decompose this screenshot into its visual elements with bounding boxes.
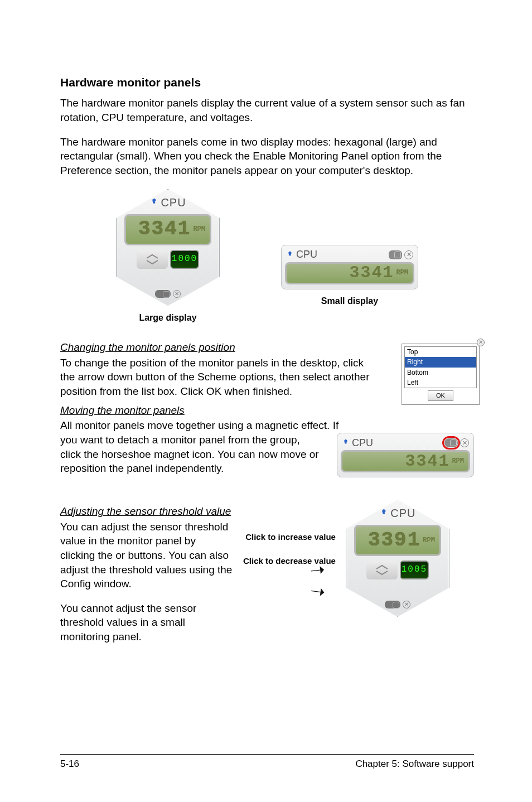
svg-point-1 [289, 254, 291, 256]
small-panel-value: 3341 [349, 262, 394, 284]
annotation-column: Click to increase value Click to decreas… [243, 500, 336, 566]
small-panel-lcd: 3341 RPM [285, 262, 414, 284]
magnet-icon[interactable] [389, 250, 402, 259]
svg-point-0 [153, 201, 155, 204]
position-option-left[interactable]: Left [405, 378, 476, 388]
figure-row: CPU 3341 RPM 1000 ✕ Large display [60, 189, 474, 324]
large-display-figure: CPU 3341 RPM 1000 ✕ Large display [116, 189, 220, 324]
change-position-text: To change the position of the monitor pa… [60, 356, 373, 399]
paragraph-2: The hardware monitor panels come in two … [60, 135, 474, 178]
large-panel-value: 3341 [138, 216, 191, 243]
adjust-panel-title: CPU [379, 506, 415, 521]
fan-icon [342, 439, 350, 447]
position-option-right[interactable]: Right [405, 357, 476, 367]
ok-button[interactable]: OK [428, 390, 453, 401]
adjust-panel-lcd: 3391 RPM [354, 525, 441, 556]
move-panel-lcd: 3341 RPM [341, 450, 470, 472]
pointer-line-icon: ➝ [309, 581, 326, 601]
chapter-label: Chapter 5: Software support [355, 758, 474, 771]
large-panel-unit: RPM [193, 225, 205, 234]
magnet-icon[interactable] [155, 290, 171, 298]
small-display-figure: CPU ✕ 3341 RPM Small display [281, 245, 418, 307]
small-caption: Small display [321, 295, 378, 307]
move-panel-unit: RPM [452, 457, 464, 466]
small-panel-title: CPU [286, 248, 317, 261]
close-icon[interactable]: ✕ [477, 339, 485, 346]
move-panel-title: CPU [342, 436, 373, 450]
moving-panels-text-line1: All monitor panels move together using a… [60, 418, 474, 433]
fan-icon [286, 251, 294, 259]
adjust-panel-value: 3391 [368, 527, 420, 554]
position-option-top[interactable]: Top [405, 347, 476, 357]
adjust-threshold-text-1: You can adjust the sensor threshold valu… [60, 520, 233, 591]
small-panel-title-text: CPU [296, 248, 317, 261]
small-panel-unit: RPM [396, 268, 408, 277]
fan-icon [149, 198, 158, 207]
adjust-panel-bottom-bar: ✕ [385, 601, 410, 608]
threshold-arrows[interactable] [366, 561, 398, 579]
move-panel-title-text: CPU [352, 436, 373, 450]
position-list: Top Right Bottom Left [404, 346, 477, 388]
large-panel-lcd: 3341 RPM [124, 214, 211, 245]
large-panel-indicator-row: 1000 [137, 250, 199, 269]
large-hex-panel: CPU 3341 RPM 1000 ✕ [116, 189, 220, 306]
large-panel-title-text: CPU [161, 195, 186, 210]
page-number: 5-16 [60, 758, 79, 771]
increase-annotation: Click to increase value [245, 532, 336, 542]
pointer-line-icon: ➝ [309, 561, 326, 580]
large-panel-bottom-bar: ✕ [155, 290, 181, 298]
small-rect-panel: CPU ✕ 3341 RPM [281, 245, 418, 289]
magnet-icon[interactable] [444, 438, 458, 447]
paragraph-1: The hardware monitor panels display the … [60, 96, 474, 124]
threshold-arrows[interactable] [137, 250, 168, 269]
adjust-threshold-heading: Adjusting the sensor threshold value [60, 504, 233, 519]
chevron-down-icon [146, 259, 159, 265]
chevron-up-icon [375, 564, 389, 570]
adjust-panel-indicator-row: 1005 [366, 561, 429, 579]
moving-panels-text-rest: you want to detach a monitor panel from … [60, 433, 320, 476]
svg-point-2 [345, 442, 347, 444]
adjust-hex-panel: CPU 3391 RPM 1005 ✕ [346, 500, 449, 617]
adjust-panel-title-text: CPU [390, 506, 415, 521]
large-panel-threshold: 1000 [170, 250, 199, 269]
fan-icon [379, 509, 388, 518]
chevron-up-icon [146, 254, 159, 259]
adjust-panel-threshold: 1005 [400, 561, 429, 579]
svg-point-3 [383, 512, 385, 514]
page-footer: 5-16 Chapter 5: Software support [60, 754, 474, 771]
adjust-panel-unit: RPM [423, 536, 435, 545]
adjust-hex-wrap: ➝ ➝ CPU 3391 RPM 1005 ✕ [346, 500, 449, 617]
move-example-panel: CPU ✕ 3341 RPM [337, 433, 474, 477]
adjust-threshold-text-2: You cannot adjust the sensor threshold v… [60, 601, 233, 644]
chevron-down-icon [375, 570, 389, 576]
moving-panels-heading: Moving the monitor panels [60, 403, 474, 418]
close-icon[interactable]: ✕ [403, 601, 410, 608]
close-icon[interactable]: ✕ [460, 438, 469, 447]
magnet-icon[interactable] [385, 601, 400, 608]
large-caption: Large display [139, 312, 196, 324]
large-panel-title: CPU [149, 195, 186, 210]
section-heading: Hardware monitor panels [60, 75, 474, 90]
close-icon[interactable]: ✕ [173, 290, 181, 298]
move-panel-value: 3341 [405, 450, 449, 473]
close-icon[interactable]: ✕ [404, 250, 413, 259]
position-dropdown: ✕ Top Right Bottom Left OK [402, 344, 480, 405]
position-option-bottom[interactable]: Bottom [405, 368, 476, 378]
